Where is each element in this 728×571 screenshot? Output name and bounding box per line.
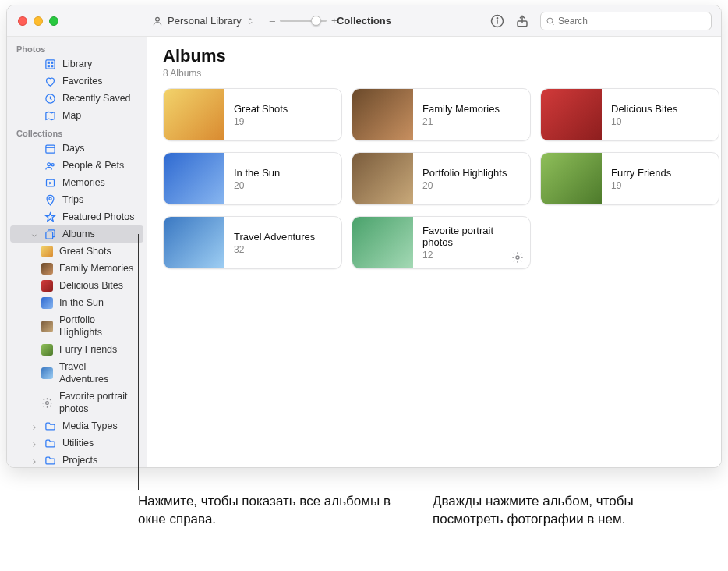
album-name: Family Memories bbox=[422, 103, 521, 115]
window-body: PhotosLibraryFavoritesRecently SavedMapC… bbox=[7, 37, 721, 467]
sidebar-item[interactable]: Recently Saved bbox=[10, 90, 143, 107]
album-meta: In the Sun20 bbox=[224, 167, 341, 191]
album-thumb bbox=[541, 153, 602, 204]
memories-icon bbox=[44, 177, 56, 189]
trips-icon-svg bbox=[44, 194, 56, 206]
sidebar-item-label: Recently Saved bbox=[62, 92, 131, 105]
albums-grid: Great Shots19Family Memories21Delicious … bbox=[163, 88, 705, 269]
album-meta: Great Shots19 bbox=[224, 103, 341, 127]
calendar-icon-svg bbox=[44, 143, 56, 154]
chevron-right-icon[interactable] bbox=[30, 439, 38, 447]
sidebar-subitem[interactable]: Portfolio Highlights bbox=[10, 311, 143, 341]
zoom-track[interactable] bbox=[280, 20, 327, 22]
album-card[interactable]: Delicious Bites10 bbox=[540, 88, 719, 141]
info-button[interactable] bbox=[490, 14, 504, 28]
sidebar[interactable]: PhotosLibraryFavoritesRecently SavedMapC… bbox=[7, 37, 147, 467]
album-meta: Portfolio Highlights20 bbox=[413, 167, 530, 191]
callout-text-right: Дважды нажмите альбом, чтобы посмотреть … bbox=[433, 493, 690, 529]
svg-line-6 bbox=[552, 23, 553, 24]
album-count: 10 bbox=[611, 116, 709, 127]
album-thumb bbox=[352, 217, 413, 268]
sidebar-subitem[interactable]: Furry Friends bbox=[10, 341, 143, 358]
disclosure-icon bbox=[30, 441, 38, 449]
window-controls bbox=[7, 16, 147, 26]
album-count: 12 bbox=[422, 250, 521, 261]
sidebar-item-label: Albums bbox=[62, 228, 95, 240]
album-card[interactable]: In the Sun20 bbox=[163, 152, 342, 205]
library-picker[interactable]: Personal Library bbox=[147, 13, 259, 28]
sidebar-item[interactable]: Media Types bbox=[10, 417, 143, 434]
search-field[interactable] bbox=[540, 12, 712, 30]
album-thumb bbox=[164, 217, 224, 268]
zoom-knob[interactable] bbox=[311, 16, 321, 26]
sidebar-subitem[interactable]: Family Memories bbox=[10, 260, 143, 277]
chevron-right-icon[interactable] bbox=[30, 456, 38, 464]
sidebar-item[interactable]: Memories bbox=[10, 174, 143, 191]
featured-icon bbox=[44, 211, 56, 223]
fullscreen-button[interactable] bbox=[49, 16, 58, 26]
share-button[interactable] bbox=[515, 14, 529, 28]
callout-line-left bbox=[138, 234, 139, 490]
sidebar-subitem[interactable]: Favorite portrait photos bbox=[10, 388, 143, 417]
sidebar-item[interactable]: Map bbox=[10, 107, 143, 124]
chevron-down-icon[interactable] bbox=[30, 230, 38, 238]
folder-icon-svg bbox=[44, 420, 56, 432]
svg-point-5 bbox=[547, 18, 553, 23]
album-count: 32 bbox=[234, 244, 332, 255]
sidebar-subitem-label: In the Sun bbox=[59, 296, 104, 309]
sidebar-item[interactable]: Featured Photos bbox=[10, 208, 143, 225]
album-name: Great Shots bbox=[234, 103, 332, 115]
sidebar-subitem[interactable]: Great Shots bbox=[10, 243, 143, 260]
folder-icon bbox=[44, 455, 56, 466]
folder-icon bbox=[44, 438, 56, 449]
album-card[interactable]: Great Shots19 bbox=[163, 88, 342, 141]
sidebar-item-label: Memories bbox=[62, 176, 105, 189]
sidebar-item[interactable]: Days bbox=[10, 140, 143, 157]
album-meta: Family Memories21 bbox=[413, 103, 530, 127]
album-card[interactable]: Portfolio Highlights20 bbox=[352, 152, 531, 205]
sidebar-item-label: Days bbox=[62, 142, 84, 154]
close-button[interactable] bbox=[18, 16, 27, 26]
sidebar-item[interactable]: Trips bbox=[10, 191, 143, 208]
zoom-in-label: + bbox=[331, 15, 337, 27]
sidebar-item[interactable]: Library bbox=[10, 55, 143, 73]
album-thumb bbox=[164, 89, 224, 140]
disclosure-icon bbox=[30, 424, 38, 431]
album-card[interactable]: Travel Adventures32 bbox=[163, 216, 342, 269]
album-card[interactable]: Furry Friends19 bbox=[540, 152, 719, 205]
sidebar-item[interactable]: Albums bbox=[10, 225, 143, 243]
album-card[interactable]: Family Memories21 bbox=[352, 88, 531, 141]
album-thumb-mini bbox=[41, 280, 53, 292]
album-thumb bbox=[352, 89, 413, 140]
main-content: Albums 8 Albums Great Shots19Family Memo… bbox=[147, 37, 721, 467]
svg-point-0 bbox=[156, 17, 160, 21]
library-icon-svg bbox=[44, 59, 56, 70]
disclosure-icon bbox=[30, 232, 38, 239]
map-icon bbox=[44, 110, 56, 122]
sidebar-item[interactable]: People & Pets bbox=[10, 157, 143, 174]
callout-line-right bbox=[433, 263, 433, 490]
album-meta: Travel Adventures32 bbox=[224, 231, 341, 255]
album-name: Travel Adventures bbox=[234, 231, 332, 243]
clock-icon-svg bbox=[44, 93, 56, 105]
sidebar-subitem[interactable]: In the Sun bbox=[10, 294, 143, 311]
trips-icon bbox=[44, 194, 56, 206]
sidebar-subitem[interactable]: Travel Adventures bbox=[10, 358, 143, 388]
sidebar-subitem-label: Portfolio Highlights bbox=[59, 314, 137, 339]
sidebar-subitem[interactable]: Delicious Bites bbox=[10, 277, 143, 294]
albums-icon bbox=[44, 229, 56, 240]
chevron-right-icon[interactable] bbox=[30, 422, 38, 430]
sidebar-item[interactable]: Utilities bbox=[10, 434, 143, 452]
minimize-button[interactable] bbox=[34, 16, 43, 26]
featured-icon-svg bbox=[44, 211, 56, 223]
sidebar-item[interactable]: Projects bbox=[10, 452, 143, 467]
album-thumb bbox=[352, 153, 413, 204]
heart-icon bbox=[44, 76, 56, 87]
search-input[interactable] bbox=[558, 16, 706, 27]
app-window: Personal Library – + Collections PhotosL bbox=[6, 5, 722, 468]
zoom-slider[interactable]: – + bbox=[270, 15, 337, 27]
sidebar-item-label: Projects bbox=[62, 454, 97, 466]
sidebar-item[interactable]: Favorites bbox=[10, 73, 143, 90]
album-card[interactable]: Favorite portrait photos12 bbox=[352, 216, 531, 269]
album-thumb-mini bbox=[41, 367, 53, 379]
